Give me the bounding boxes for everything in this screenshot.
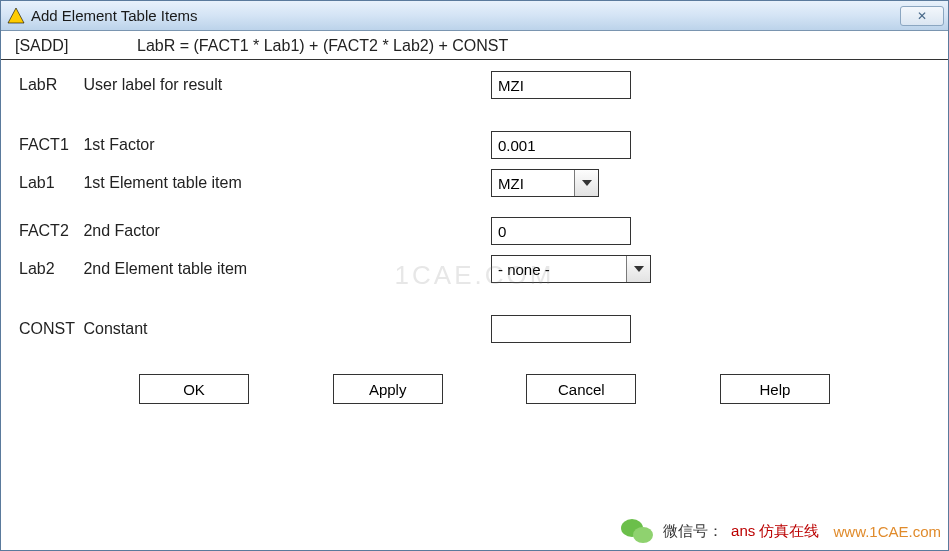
button-row: OK Apply Cancel Help [19,374,930,404]
select-lab2-value: - none - [492,256,626,282]
label-labr: LabR User label for result [19,76,491,94]
window-title: Add Element Table Items [31,7,900,24]
dialog-window: Add Element Table Items ✕ [SADD] LabR = … [0,0,949,551]
label-lab1: Lab1 1st Element table item [19,174,491,192]
row-lab2: Lab2 2nd Element table item - none - [19,254,930,284]
input-fact1[interactable] [491,131,631,159]
app-icon [7,7,25,25]
command-tag: [SADD] [15,37,137,55]
titlebar: Add Element Table Items ✕ [1,1,948,31]
form-content: LabR User label for result FACT1 1st Fac… [1,60,948,550]
select-lab2-button[interactable] [626,256,650,282]
svg-marker-0 [8,8,24,23]
row-lab1: Lab1 1st Element table item MZI [19,168,930,198]
ok-button[interactable]: OK [139,374,249,404]
formula-row: [SADD] LabR = (FACT1 * Lab1) + (FACT2 * … [1,31,948,60]
chevron-down-icon [582,180,592,186]
cancel-button[interactable]: Cancel [526,374,636,404]
help-button[interactable]: Help [720,374,830,404]
label-fact1: FACT1 1st Factor [19,136,491,154]
select-lab1-value: MZI [492,170,574,196]
select-lab2[interactable]: - none - [491,255,651,283]
input-labr[interactable] [491,71,631,99]
formula-expression: LabR = (FACT1 * Lab1) + (FACT2 * Lab2) +… [137,37,508,55]
close-icon: ✕ [917,9,927,23]
row-labr: LabR User label for result [19,70,930,100]
select-lab1-button[interactable] [574,170,598,196]
row-const: CONST Constant [19,314,930,344]
select-lab1[interactable]: MZI [491,169,599,197]
chevron-down-icon [634,266,644,272]
input-const[interactable] [491,315,631,343]
input-fact2[interactable] [491,217,631,245]
row-fact2: FACT2 2nd Factor [19,216,930,246]
label-lab2: Lab2 2nd Element table item [19,260,491,278]
row-fact1: FACT1 1st Factor [19,130,930,160]
close-button[interactable]: ✕ [900,6,944,26]
label-const: CONST Constant [19,320,491,338]
apply-button[interactable]: Apply [333,374,443,404]
label-fact2: FACT2 2nd Factor [19,222,491,240]
